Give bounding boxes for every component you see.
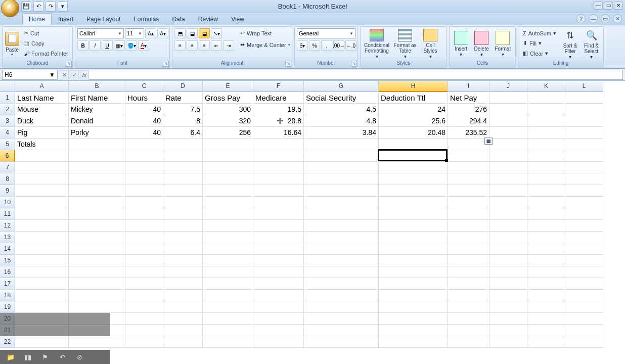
comma-button[interactable]: , (321, 40, 332, 51)
cell-L2[interactable] (565, 104, 603, 115)
row-header-22[interactable]: 22 (0, 336, 15, 348)
cell-D16[interactable] (163, 266, 203, 278)
row-header-5[interactable]: 5 (0, 139, 15, 150)
tab-review[interactable]: Review (192, 13, 225, 25)
align-top-button[interactable]: ⬒ (174, 28, 186, 38)
cell-H21[interactable] (379, 325, 448, 336)
cell-G16[interactable] (304, 266, 379, 278)
cell-H8[interactable] (379, 173, 448, 185)
cell-A13[interactable] (15, 232, 69, 243)
cell-H22[interactable] (379, 336, 448, 348)
row-header-6[interactable]: 6 (0, 150, 15, 162)
cell-B18[interactable] (69, 290, 125, 301)
cell-L15[interactable] (565, 255, 603, 266)
cell-J1[interactable] (489, 92, 527, 104)
cell-F20[interactable] (253, 313, 304, 325)
cell-D13[interactable] (163, 232, 203, 243)
recorder-pause-button[interactable]: ▮▮ (22, 352, 33, 362)
cell-F5[interactable] (253, 139, 304, 150)
cell-H10[interactable] (379, 197, 448, 208)
undo-button[interactable]: ↶ (33, 2, 43, 12)
cell-L3[interactable] (565, 115, 603, 127)
cell-F17[interactable] (253, 278, 304, 290)
cell-I18[interactable] (448, 290, 489, 301)
shrink-font-button[interactable]: A▾ (157, 28, 168, 38)
cell-styles-button[interactable]: Cell Styles▾ (419, 28, 441, 60)
cell-B7[interactable] (69, 162, 125, 173)
cell-L17[interactable] (565, 278, 603, 290)
cell-H2[interactable]: 24 (379, 104, 448, 115)
help-button[interactable]: ? (576, 14, 586, 23)
name-box[interactable]: H6▼ (2, 70, 58, 80)
row-header-14[interactable]: 14 (0, 243, 15, 255)
cell-K19[interactable] (527, 301, 565, 313)
align-right-button[interactable]: ≡ (199, 40, 210, 51)
cell-F2[interactable]: 19.5 (253, 104, 304, 115)
cell-E15[interactable] (203, 255, 253, 266)
cell-E8[interactable] (203, 173, 253, 185)
cell-A18[interactable] (15, 290, 69, 301)
cell-I16[interactable] (448, 266, 489, 278)
cell-K3[interactable] (527, 115, 565, 127)
redo-button[interactable]: ↷ (46, 2, 56, 12)
cell-D3[interactable]: 8 (163, 115, 203, 127)
cell-I12[interactable] (448, 220, 489, 232)
formula-input[interactable] (89, 70, 623, 80)
recorder-stop-button[interactable]: ⊘ (74, 352, 85, 362)
minimize-button[interactable]: — (594, 2, 603, 10)
cell-E1[interactable]: Gross Pay (203, 92, 253, 104)
cell-D4[interactable]: 6.4 (163, 127, 203, 139)
cell-E22[interactable] (203, 336, 253, 348)
cell-D5[interactable] (163, 139, 203, 150)
cell-L19[interactable] (565, 301, 603, 313)
decrease-decimal-button[interactable]: ←.0 (345, 40, 356, 51)
tab-page-layout[interactable]: Page Layout (80, 13, 127, 25)
cell-B1[interactable]: First Name (69, 92, 125, 104)
row-header-17[interactable]: 17 (0, 278, 15, 290)
cell-J22[interactable] (489, 336, 527, 348)
cell-E20[interactable] (203, 313, 253, 325)
cell-A5[interactable]: Totals (15, 139, 69, 150)
cell-J6[interactable] (489, 150, 527, 162)
cell-G8[interactable] (304, 173, 379, 185)
column-header-E[interactable]: E (203, 81, 253, 92)
alignment-dialog-launcher[interactable]: ↘ (285, 61, 291, 67)
cell-I11[interactable] (448, 208, 489, 220)
delete-cells-button[interactable]: Delete▾ (472, 28, 490, 60)
row-header-4[interactable]: 4 (0, 127, 15, 139)
cell-C19[interactable] (125, 301, 163, 313)
number-dialog-launcher[interactable]: ↘ (351, 61, 357, 67)
cell-K15[interactable] (527, 255, 565, 266)
cell-K17[interactable] (527, 278, 565, 290)
cell-B5[interactable] (69, 139, 125, 150)
cell-K6[interactable] (527, 150, 565, 162)
cell-B2[interactable]: Mickey (69, 104, 125, 115)
cell-B19[interactable] (69, 301, 125, 313)
font-color-button[interactable]: A▾ (138, 40, 149, 51)
cell-B13[interactable] (69, 232, 125, 243)
cell-H3[interactable]: 25.6 (379, 115, 448, 127)
cell-F10[interactable] (253, 197, 304, 208)
autofill-options[interactable]: ▦ (484, 138, 493, 145)
cell-C11[interactable] (125, 208, 163, 220)
italic-button[interactable]: I (90, 40, 101, 51)
row-header-3[interactable]: 3 (0, 115, 15, 127)
column-header-G[interactable]: G (304, 81, 379, 92)
cell-C10[interactable] (125, 197, 163, 208)
cell-K16[interactable] (527, 266, 565, 278)
align-middle-button[interactable]: ⬓ (187, 28, 198, 38)
orientation-button[interactable]: ⤡▾ (211, 28, 222, 38)
cell-K12[interactable] (527, 220, 565, 232)
cell-D6[interactable] (163, 150, 203, 162)
cell-F4[interactable]: 16.64 (253, 127, 304, 139)
row-header-13[interactable]: 13 (0, 232, 15, 243)
cell-B16[interactable] (69, 266, 125, 278)
fx-button[interactable]: fx (80, 70, 89, 79)
row-header-11[interactable]: 11 (0, 208, 15, 220)
cell-A4[interactable]: Pig (15, 127, 69, 139)
cell-L11[interactable] (565, 208, 603, 220)
insert-cells-button[interactable]: Insert▾ (452, 28, 470, 60)
cell-J2[interactable] (489, 104, 527, 115)
grow-font-button[interactable]: A▴ (145, 28, 156, 38)
bold-button[interactable]: B (77, 40, 88, 51)
